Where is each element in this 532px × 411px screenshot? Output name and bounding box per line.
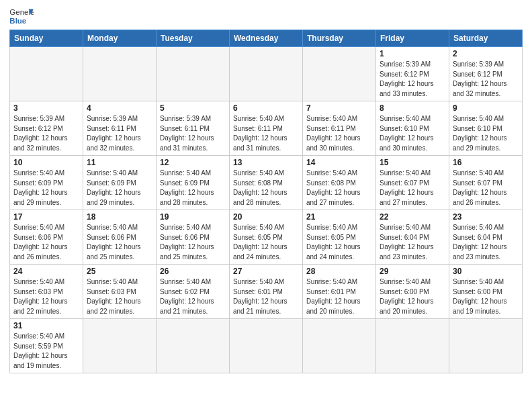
calendar-cell: 11Sunrise: 5:40 AM Sunset: 6:09 PM Dayli…: [83, 156, 157, 210]
calendar-cell: 26Sunrise: 5:40 AM Sunset: 6:02 PM Dayli…: [157, 265, 230, 319]
calendar-week-row: 17Sunrise: 5:40 AM Sunset: 6:06 PM Dayli…: [10, 210, 523, 265]
calendar-cell: 15Sunrise: 5:40 AM Sunset: 6:07 PM Dayli…: [376, 156, 449, 210]
col-header-sunday: Sunday: [10, 30, 83, 47]
day-info: Sunrise: 5:40 AM Sunset: 6:03 PM Dayligh…: [13, 277, 79, 316]
day-info: Sunrise: 5:40 AM Sunset: 6:09 PM Dayligh…: [13, 169, 79, 208]
day-info: Sunrise: 5:40 AM Sunset: 6:10 PM Dayligh…: [453, 114, 519, 153]
day-number: 3: [13, 103, 79, 113]
day-info: Sunrise: 5:39 AM Sunset: 6:12 PM Dayligh…: [453, 60, 519, 99]
calendar-cell: 9Sunrise: 5:40 AM Sunset: 6:10 PM Daylig…: [449, 101, 523, 156]
logo: General Blue: [9, 7, 34, 27]
calendar-week-row: 10Sunrise: 5:40 AM Sunset: 6:09 PM Dayli…: [10, 156, 523, 210]
calendar-cell: 7Sunrise: 5:40 AM Sunset: 6:11 PM Daylig…: [303, 101, 376, 156]
day-info: Sunrise: 5:39 AM Sunset: 6:12 PM Dayligh…: [380, 60, 445, 99]
col-header-friday: Friday: [376, 30, 449, 47]
day-info: Sunrise: 5:40 AM Sunset: 6:10 PM Dayligh…: [380, 114, 445, 153]
calendar-cell: 21Sunrise: 5:40 AM Sunset: 6:05 PM Dayli…: [303, 210, 376, 265]
calendar-table: SundayMondayTuesdayWednesdayThursdayFrid…: [9, 30, 523, 373]
day-number: 16: [453, 158, 519, 167]
calendar-cell: 29Sunrise: 5:40 AM Sunset: 6:00 PM Dayli…: [376, 265, 449, 319]
calendar-cell: 18Sunrise: 5:40 AM Sunset: 6:06 PM Dayli…: [83, 210, 157, 265]
col-header-saturday: Saturday: [449, 30, 523, 47]
calendar-cell: [303, 319, 376, 373]
day-number: 26: [160, 267, 226, 276]
calendar-cell: 2Sunrise: 5:39 AM Sunset: 6:12 PM Daylig…: [449, 47, 523, 101]
calendar-cell: 20Sunrise: 5:40 AM Sunset: 6:05 PM Dayli…: [230, 210, 303, 265]
col-header-wednesday: Wednesday: [230, 30, 303, 47]
day-info: Sunrise: 5:39 AM Sunset: 6:11 PM Dayligh…: [87, 114, 152, 153]
day-number: 29: [380, 267, 445, 276]
page-container: General Blue SundayMondayTuesdayWednesda…: [0, 0, 532, 377]
calendar-cell: 14Sunrise: 5:40 AM Sunset: 6:08 PM Dayli…: [303, 156, 376, 210]
day-info: Sunrise: 5:39 AM Sunset: 6:12 PM Dayligh…: [13, 114, 79, 153]
day-info: Sunrise: 5:40 AM Sunset: 6:07 PM Dayligh…: [453, 169, 519, 208]
day-number: 7: [306, 103, 372, 113]
day-number: 25: [87, 267, 152, 276]
day-number: 11: [87, 158, 152, 167]
col-header-monday: Monday: [83, 30, 157, 47]
day-number: 18: [87, 212, 152, 222]
day-info: Sunrise: 5:40 AM Sunset: 6:04 PM Dayligh…: [453, 223, 519, 262]
calendar-cell: [230, 319, 303, 373]
day-number: 17: [13, 212, 79, 222]
svg-text:Blue: Blue: [9, 17, 26, 25]
day-number: 2: [453, 49, 519, 58]
day-number: 10: [13, 158, 79, 167]
calendar-week-row: 3Sunrise: 5:39 AM Sunset: 6:12 PM Daylig…: [10, 101, 523, 156]
day-number: 13: [233, 158, 299, 167]
day-number: 22: [380, 212, 445, 222]
day-info: Sunrise: 5:40 AM Sunset: 6:03 PM Dayligh…: [87, 277, 152, 316]
day-number: 6: [233, 103, 299, 113]
day-number: 4: [87, 103, 152, 113]
day-number: 24: [13, 267, 79, 276]
calendar-cell: 8Sunrise: 5:40 AM Sunset: 6:10 PM Daylig…: [376, 101, 449, 156]
day-number: 23: [453, 212, 519, 222]
calendar-cell: 4Sunrise: 5:39 AM Sunset: 6:11 PM Daylig…: [83, 101, 157, 156]
day-info: Sunrise: 5:40 AM Sunset: 6:00 PM Dayligh…: [380, 277, 445, 316]
calendar-cell: 27Sunrise: 5:40 AM Sunset: 6:01 PM Dayli…: [230, 265, 303, 319]
day-info: Sunrise: 5:40 AM Sunset: 6:09 PM Dayligh…: [87, 169, 152, 208]
day-info: Sunrise: 5:40 AM Sunset: 6:01 PM Dayligh…: [233, 277, 299, 316]
calendar-cell: [83, 47, 157, 101]
calendar-cell: 16Sunrise: 5:40 AM Sunset: 6:07 PM Dayli…: [449, 156, 523, 210]
day-info: Sunrise: 5:40 AM Sunset: 6:04 PM Dayligh…: [380, 223, 445, 262]
day-info: Sunrise: 5:40 AM Sunset: 6:05 PM Dayligh…: [306, 223, 372, 262]
day-number: 1: [380, 49, 445, 58]
day-info: Sunrise: 5:40 AM Sunset: 6:07 PM Dayligh…: [380, 169, 445, 208]
day-info: Sunrise: 5:40 AM Sunset: 6:11 PM Dayligh…: [306, 114, 372, 153]
day-info: Sunrise: 5:40 AM Sunset: 5:59 PM Dayligh…: [13, 332, 79, 371]
calendar-cell: 28Sunrise: 5:40 AM Sunset: 6:01 PM Dayli…: [303, 265, 376, 319]
day-number: 28: [306, 267, 372, 276]
calendar-cell: 12Sunrise: 5:40 AM Sunset: 6:09 PM Dayli…: [157, 156, 230, 210]
calendar-cell: [230, 47, 303, 101]
day-number: 30: [453, 267, 519, 276]
day-number: 5: [160, 103, 226, 113]
day-number: 8: [380, 103, 445, 113]
calendar-cell: 13Sunrise: 5:40 AM Sunset: 6:08 PM Dayli…: [230, 156, 303, 210]
day-info: Sunrise: 5:40 AM Sunset: 6:08 PM Dayligh…: [233, 169, 299, 208]
day-info: Sunrise: 5:40 AM Sunset: 6:11 PM Dayligh…: [233, 114, 299, 153]
day-info: Sunrise: 5:40 AM Sunset: 6:08 PM Dayligh…: [306, 169, 372, 208]
day-number: 31: [13, 321, 79, 330]
day-info: Sunrise: 5:39 AM Sunset: 6:11 PM Dayligh…: [160, 114, 226, 153]
calendar-week-row: 31Sunrise: 5:40 AM Sunset: 5:59 PM Dayli…: [10, 319, 523, 373]
day-info: Sunrise: 5:40 AM Sunset: 6:02 PM Dayligh…: [160, 277, 226, 316]
calendar-cell: [376, 319, 449, 373]
day-info: Sunrise: 5:40 AM Sunset: 6:09 PM Dayligh…: [160, 169, 226, 208]
calendar-cell: 30Sunrise: 5:40 AM Sunset: 6:00 PM Dayli…: [449, 265, 523, 319]
calendar-cell: [303, 47, 376, 101]
day-info: Sunrise: 5:40 AM Sunset: 6:06 PM Dayligh…: [13, 223, 79, 262]
calendar-cell: [10, 47, 83, 101]
calendar-cell: 10Sunrise: 5:40 AM Sunset: 6:09 PM Dayli…: [10, 156, 83, 210]
col-header-thursday: Thursday: [303, 30, 376, 47]
calendar-cell: 6Sunrise: 5:40 AM Sunset: 6:11 PM Daylig…: [230, 101, 303, 156]
calendar-header-row: SundayMondayTuesdayWednesdayThursdayFrid…: [10, 30, 523, 47]
calendar-cell: 17Sunrise: 5:40 AM Sunset: 6:06 PM Dayli…: [10, 210, 83, 265]
calendar-week-row: 1Sunrise: 5:39 AM Sunset: 6:12 PM Daylig…: [10, 47, 523, 101]
calendar-cell: 25Sunrise: 5:40 AM Sunset: 6:03 PM Dayli…: [83, 265, 157, 319]
day-info: Sunrise: 5:40 AM Sunset: 6:06 PM Dayligh…: [87, 223, 152, 262]
calendar-cell: 31Sunrise: 5:40 AM Sunset: 5:59 PM Dayli…: [10, 319, 83, 373]
day-info: Sunrise: 5:40 AM Sunset: 6:05 PM Dayligh…: [233, 223, 299, 262]
calendar-cell: 22Sunrise: 5:40 AM Sunset: 6:04 PM Dayli…: [376, 210, 449, 265]
calendar-cell: [157, 47, 230, 101]
